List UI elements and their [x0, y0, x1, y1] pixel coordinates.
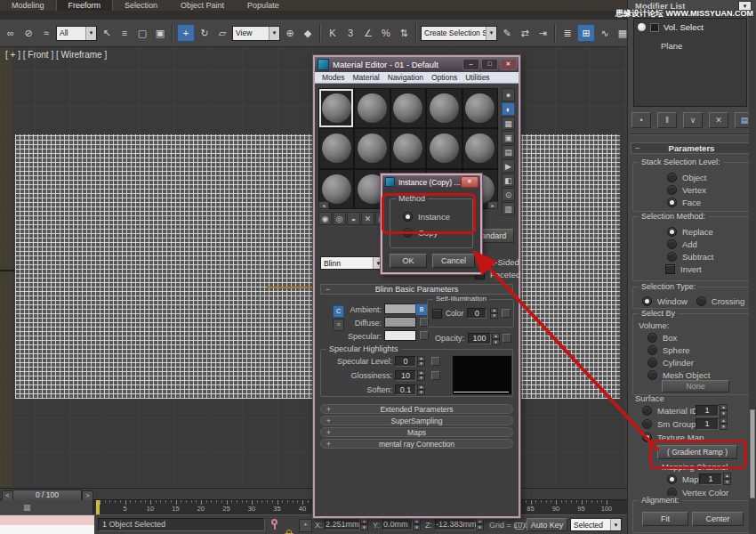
- snap-toggle-icon[interactable]: 3: [342, 25, 358, 41]
- sm-group-spinner[interactable]: ▲▼: [720, 417, 728, 430]
- sample-slot-5[interactable]: [462, 88, 498, 128]
- self-illum-spinner[interactable]: ▲▼: [490, 308, 498, 319]
- close-icon[interactable]: ✕: [461, 176, 479, 188]
- sm-group-field[interactable]: 1: [696, 418, 719, 430]
- invert-checkbox[interactable]: [665, 264, 675, 274]
- slot-scroll-left-icon[interactable]: ◄: [318, 201, 329, 209]
- stack-level-object-radio[interactable]: [667, 173, 677, 182]
- curve-editor-icon[interactable]: ∿: [597, 25, 613, 41]
- close-button[interactable]: ✕: [500, 59, 517, 70]
- map-channel-radio[interactable]: [667, 474, 677, 484]
- mirror-icon[interactable]: ⇄: [517, 25, 533, 41]
- selection-lock-icon[interactable]: [285, 530, 294, 534]
- named-selection-dropdown[interactable]: Create Selection Se▼: [421, 26, 497, 41]
- rollout-mental-ray-connection[interactable]: +mental ray Connection: [320, 439, 513, 449]
- volume-box-radio[interactable]: [647, 333, 657, 343]
- select-and-move-icon[interactable]: +: [177, 24, 195, 42]
- maxscript-mini-listener-white[interactable]: [0, 525, 94, 534]
- specular-level-field[interactable]: 0: [395, 356, 416, 367]
- keyboard-shortcut-override-icon[interactable]: K: [325, 25, 341, 41]
- glossiness-spinner[interactable]: ▲▼: [417, 370, 425, 381]
- selection-method-subtract-radio[interactable]: [667, 252, 677, 262]
- z-spinner[interactable]: ▲▼: [476, 518, 484, 530]
- volume-cylinder-radio[interactable]: [647, 358, 657, 368]
- get-material-icon[interactable]: ◉: [318, 212, 332, 225]
- material-editor-titlebar[interactable]: Material Editor - 01 - Default – □ ✕: [315, 57, 519, 72]
- instance-dialog-titlebar[interactable]: Instance (Copy) ... ✕: [382, 175, 480, 189]
- soften-field[interactable]: 0.1: [395, 384, 416, 395]
- material-id-spinner[interactable]: ▲▼: [720, 404, 728, 417]
- minimize-button[interactable]: –: [462, 59, 479, 70]
- edit-named-selection-sets-icon[interactable]: ✎: [499, 25, 515, 41]
- select-and-manipulate-icon[interactable]: ◆: [300, 25, 316, 41]
- maximize-button[interactable]: □: [481, 59, 498, 70]
- specular-color-swatch[interactable]: [384, 330, 416, 341]
- parameters-rollout-header[interactable]: − Parameters: [631, 142, 752, 154]
- show-end-result-button[interactable]: ‖: [657, 112, 677, 128]
- self-illum-value-field[interactable]: 0: [467, 308, 487, 319]
- maxscript-mini-listener-pink[interactable]: [0, 515, 94, 525]
- sample-slot-9[interactable]: [426, 128, 462, 168]
- use-pivot-point-icon[interactable]: ⊕: [282, 25, 298, 41]
- me-menu-utilities[interactable]: Utilities: [465, 73, 489, 82]
- ambient-color-swatch[interactable]: [384, 303, 416, 314]
- sample-slot-6[interactable]: [318, 128, 354, 168]
- put-material-to-scene-icon[interactable]: ◎: [333, 212, 346, 225]
- glossiness-map-button[interactable]: [431, 371, 440, 380]
- select-by-name-icon[interactable]: ≡: [117, 25, 133, 41]
- selection-filter-dropdown[interactable]: All▼: [56, 26, 97, 41]
- select-and-rotate-icon[interactable]: ↻: [197, 25, 213, 41]
- isolate-selection-icon[interactable]: [270, 519, 279, 530]
- sample-slot-1[interactable]: [318, 88, 354, 128]
- ok-button[interactable]: OK: [390, 254, 427, 268]
- x-coord-field[interactable]: 2.251mm: [325, 518, 360, 530]
- diffuse-specular-lock-icon[interactable]: ≡: [333, 319, 344, 331]
- glossiness-field[interactable]: 10: [395, 370, 416, 381]
- sample-slot-2[interactable]: [354, 88, 390, 128]
- transform-type-in-icon[interactable]: +: [299, 519, 312, 532]
- blinn-basic-parameters-header[interactable]: − Blinn Basic Parameters: [320, 284, 513, 295]
- sample-ui-tiles-icon[interactable]: ▣: [502, 131, 515, 144]
- reference-coordinate-dropdown[interactable]: View▼: [232, 26, 280, 41]
- ribbon-tab-selection[interactable]: Selection: [113, 0, 169, 11]
- material-map-navigator-icon[interactable]: ▥: [502, 202, 515, 215]
- fit-button[interactable]: Fit: [642, 512, 688, 526]
- me-menu-modes[interactable]: Modes: [322, 73, 345, 82]
- center-button[interactable]: Center: [692, 512, 744, 526]
- ribbon-tab-object-paint[interactable]: Object Paint: [169, 0, 236, 11]
- auto-key-button[interactable]: Auto Key: [527, 518, 567, 531]
- manage-layers-icon[interactable]: ≣: [559, 25, 575, 41]
- volume-sphere-radio[interactable]: [647, 345, 657, 355]
- stack-item-vol-select[interactable]: Vol. Select: [664, 22, 704, 32]
- specular-level-spinner[interactable]: ▲▼: [417, 356, 425, 367]
- none-button[interactable]: None: [662, 380, 729, 392]
- rollout-maps[interactable]: +Maps: [320, 427, 513, 437]
- map-channel-field[interactable]: 1: [699, 473, 722, 485]
- opacity-spinner[interactable]: ▲▼: [492, 333, 500, 345]
- window-crossing-toggle-icon[interactable]: ▣: [152, 25, 168, 41]
- key-filter-dropdown[interactable]: Selected ▼: [570, 518, 622, 531]
- select-by-material-icon[interactable]: ⊙: [502, 188, 515, 201]
- bind-to-space-warp-icon[interactable]: ≈: [38, 25, 54, 41]
- pin-stack-button[interactable]: •: [631, 112, 651, 128]
- unlink-selection-icon[interactable]: ⊘: [20, 25, 36, 41]
- select-and-scale-icon[interactable]: ▱: [214, 25, 230, 41]
- instance-radio[interactable]: [403, 212, 413, 222]
- material-id-radio[interactable]: [642, 406, 652, 416]
- x-spinner[interactable]: ▲▼: [360, 518, 368, 530]
- me-menu-navigation[interactable]: Navigation: [388, 73, 423, 82]
- select-object-icon[interactable]: ↖: [99, 25, 115, 41]
- copy-radio[interactable]: [403, 228, 413, 238]
- specular-map-button[interactable]: [420, 331, 429, 340]
- panel-scrollbar-thumb[interactable]: [750, 409, 755, 498]
- texture-map-button[interactable]: ( Gradient Ramp ): [657, 445, 737, 459]
- scene-explorer-icon[interactable]: ⊞: [577, 24, 595, 42]
- texture-map-radio[interactable]: [642, 433, 652, 442]
- rollout-extended-parameters[interactable]: +Extended Parameters: [320, 404, 513, 414]
- material-id-field[interactable]: 1: [696, 405, 719, 417]
- backlight-icon[interactable]: ◐: [502, 102, 515, 116]
- map-channel-spinner[interactable]: ▲▼: [723, 473, 731, 485]
- shader-dropdown[interactable]: Blinn ▼: [320, 256, 384, 270]
- align-icon[interactable]: ⇥: [535, 25, 551, 41]
- rectangular-selection-region-icon[interactable]: ▢: [134, 25, 150, 41]
